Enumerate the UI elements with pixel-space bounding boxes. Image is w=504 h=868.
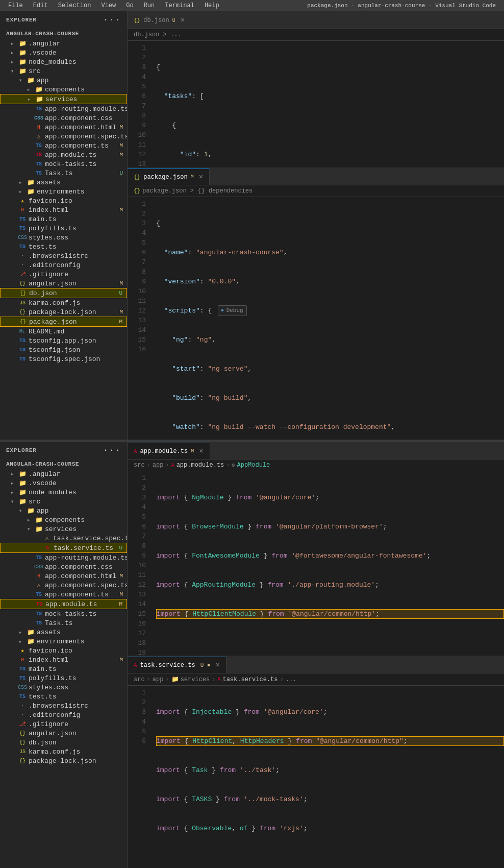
sidebar-item-src[interactable]: 📁 src (0, 66, 127, 76)
sidebar-b-services[interactable]: 📁 services (0, 524, 127, 534)
tab-packagejson[interactable]: {} package.json M × (128, 168, 210, 185)
sidebar-b-task-service[interactable]: A task.service.ts U (0, 543, 127, 553)
code-editor-packagejson[interactable]: 123456 789101112 13141516 { "name": "ang… (128, 197, 504, 440)
sidebar-b-favicon[interactable]: ★ favicon.ico (0, 646, 127, 655)
tab-modified-badge: M (191, 174, 194, 180)
sidebar-item-test[interactable]: TS test.ts (0, 242, 127, 251)
sidebar-item-tsconfigspec[interactable]: TS tsconfig.spec.json (0, 354, 127, 364)
sidebar-item-components[interactable]: 📁 components (0, 85, 127, 94)
file-icon (24, 581, 33, 589)
file-icon (8, 279, 16, 287)
sidebar-item-angular[interactable]: 📁 .angular (0, 39, 127, 48)
sidebar-b-angularjson[interactable]: {} angular.json (0, 729, 127, 738)
sidebar-item-app-component-ts[interactable]: TS app.component.ts M (0, 141, 127, 150)
sidebar-item-styles[interactable]: CSS styles.css (0, 233, 127, 242)
code-editor-dbjson[interactable]: 123456 789101112 131415161718 1920212223… (128, 41, 504, 167)
sidebar-b-gitignore[interactable]: ⎇ .gitignore (0, 719, 127, 729)
sidebar-b-angular[interactable]: 📁 .angular (0, 469, 127, 478)
tab-close-button[interactable]: × (181, 16, 185, 25)
sidebar-item-app-css[interactable]: CSS app.component.css (0, 113, 127, 123)
file-icon (8, 692, 16, 701)
menu-selection[interactable]: Selection (54, 0, 95, 11)
sidebar-b-maints[interactable]: TS main.ts (0, 664, 127, 673)
sidebar-item-angularjson[interactable]: {} angular.json M (0, 279, 127, 288)
sidebar-b-app-css[interactable]: CSS app.component.css (0, 562, 127, 571)
sidebar-b-task-service-spec[interactable]: △ task.service.spec.ts U (0, 534, 127, 543)
menu-help[interactable]: Help (200, 0, 223, 11)
sidebar-b-assets[interactable]: 📁 assets (0, 628, 127, 637)
sidebar-item-mains[interactable]: TS main.ts (0, 214, 127, 224)
sidebar-item-app-module[interactable]: TS app.module.ts M (0, 150, 127, 159)
sidebar-item-packagejson[interactable]: {} package.json M (0, 317, 127, 327)
sidebar-item-tsconfig[interactable]: TS tsconfig.json (0, 345, 127, 354)
sidebar-item-polyfills[interactable]: TS polyfills.ts (0, 224, 127, 233)
tab-dbjson[interactable]: {} db.json U × (128, 12, 191, 29)
sidebar-b-dbjson[interactable]: {} db.json (0, 738, 127, 747)
menu-file[interactable]: File (4, 0, 27, 11)
file-icon (8, 261, 16, 269)
sidebar-item-editorconfig[interactable]: · .editorconfig (0, 260, 127, 270)
sidebar-b-app-module[interactable]: TS app.module.ts M (0, 599, 127, 609)
sidebar-b-vscode[interactable]: 📁 .vscode (0, 478, 127, 488)
sidebar-b-app-html[interactable]: H app.component.html M (0, 571, 127, 581)
sidebar-b-karmaconf[interactable]: JS karma.conf.js (0, 747, 127, 756)
sidebar-b-app-spec[interactable]: △ app.component.spec.ts (0, 581, 127, 590)
sidebar-item-dbjson[interactable]: {} db.json U (0, 288, 127, 298)
sidebar-b-browserslist[interactable]: · .browserslistrc (0, 701, 127, 710)
tab-close-button[interactable]: × (199, 447, 203, 455)
tab-appmodule[interactable]: A app.module.ts M × (128, 443, 210, 459)
explorer-menu-button[interactable]: ··· (103, 15, 121, 25)
sidebar-b-src[interactable]: 📁 src (0, 497, 127, 506)
menu-run[interactable]: Run (140, 0, 159, 11)
sidebar-b-app-component-ts[interactable]: TS app.component.ts M (0, 590, 127, 599)
sidebar-b-editorconfig[interactable]: · .editorconfig (0, 710, 127, 719)
json-tab-icon: {} (134, 174, 140, 180)
sidebar-b-environments[interactable]: 📁 environments (0, 637, 127, 646)
sidebar-b-packagelock[interactable]: {} package-lock.json (0, 756, 127, 765)
sidebar-item-app[interactable]: 📁 app (0, 76, 127, 85)
sidebar-b-app-routing[interactable]: TS app-routing.module.ts (0, 553, 127, 562)
sidebar-b-indexhtml[interactable]: H index.html M (0, 655, 127, 664)
explorer-menu-button-bottom[interactable]: ··· (103, 446, 121, 455)
sidebar-b-components[interactable]: 📁 components (0, 515, 127, 524)
sidebar-b-test[interactable]: TS test.ts (0, 692, 127, 701)
sidebar-item-karmaconf[interactable]: JS karma.conf.js (0, 298, 127, 307)
sidebar-item-app-spec[interactable]: △ app.component.spec.ts (0, 132, 127, 141)
sidebar-item-packagelock[interactable]: {} package-lock.json M (0, 307, 127, 317)
sidebar-item-gitignore[interactable]: ⎇ .gitignore (0, 270, 127, 279)
sidebar-item-services[interactable]: 📁 services (0, 94, 127, 104)
file-icon (24, 619, 33, 627)
sidebar-item-indexhtml[interactable]: H index.html M (0, 205, 127, 214)
sidebar-b-mock-tasks[interactable]: TS mock-tasks.ts (0, 609, 127, 618)
menu-edit[interactable]: Edit (29, 0, 52, 11)
sidebar-item-environments[interactable]: 📁 environments (0, 187, 127, 196)
ts-icon: TS (18, 674, 27, 682)
sidebar-item-browserslist[interactable]: · .browserslistrc (0, 251, 127, 260)
sidebar-b-nodemodules[interactable]: 📁 node_modules (0, 488, 127, 497)
sidebar-item-readme[interactable]: M↓ README.md (0, 327, 127, 336)
sidebar-item-label: favicon.ico (29, 197, 127, 205)
sidebar-b-polyfills[interactable]: TS polyfills.ts (0, 673, 127, 683)
sidebar-item-vscode[interactable]: 📁 .vscode (0, 48, 127, 57)
sidebar-item-favicon[interactable]: ★ favicon.ico (0, 196, 127, 205)
js-icon: JS (18, 748, 27, 756)
tab-taskservice[interactable]: A task.service.ts U ● × (128, 657, 226, 673)
sidebar-item-mock-tasks[interactable]: TS mock-tasks.ts (0, 159, 127, 168)
sidebar-item-tsconfigapp[interactable]: TS tsconfig.app.json (0, 336, 127, 345)
sidebar-item-task-ts[interactable]: TS Task.ts U (0, 168, 127, 178)
tab-close-button[interactable]: × (199, 173, 203, 181)
menu-go[interactable]: Go (122, 0, 137, 11)
sidebar-item-nodemodules[interactable]: 📁 node_modules (0, 57, 127, 66)
sidebar-item-app-routing[interactable]: TS app-routing.module.ts (0, 104, 127, 113)
sidebar-b-styles[interactable]: CSS styles.css (0, 683, 127, 692)
menu-view[interactable]: View (97, 0, 120, 11)
tab-close-button[interactable]: × (215, 661, 219, 669)
code-editor-appmodule[interactable]: 123456 789101112 131415161718 1920212223… (128, 471, 504, 656)
sidebar-b-task-ts[interactable]: TS Task.ts (0, 618, 127, 628)
sidebar-item-assets[interactable]: 📁 assets (0, 178, 127, 187)
sidebar-b-app[interactable]: 📁 app (0, 506, 127, 515)
sidebar-item-app-html[interactable]: H app.component.html M (0, 123, 127, 132)
code-editor-taskservice[interactable]: 123456 import { Injectable } from '@angu… (128, 686, 504, 868)
menu-terminal[interactable]: Terminal (161, 0, 198, 11)
sidebar-item-label: tsconfig.spec.json (29, 355, 127, 363)
